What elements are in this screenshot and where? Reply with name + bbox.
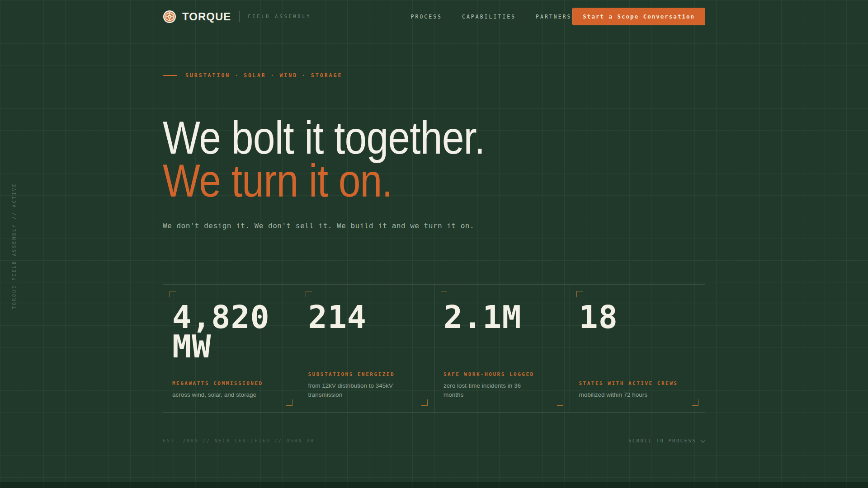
brand-logo-group[interactable]: TORQUE FIELD ASSEMBLY: [163, 10, 311, 23]
hero-footer: EST. 2009 // NECA CERTIFIED // OSHA 30 S…: [163, 438, 705, 443]
brand-divider: [239, 11, 240, 22]
eyebrow-dash: [163, 75, 177, 76]
stat-label: STATES WITH ACTIVE CREWS: [579, 380, 695, 386]
stat-value: 4,820 MW: [172, 303, 289, 361]
certifications-text: EST. 2009 // NECA CERTIFIED // OSHA 30: [163, 438, 314, 443]
stat-label: SAFE WORK-HOURS LOGGED: [443, 371, 560, 377]
stat-card-work-hours: 2.1M SAFE WORK-HOURS LOGGED zero lost-ti…: [434, 285, 570, 412]
stat-value: 2.1M: [443, 303, 560, 332]
torque-bolt-logo-icon: [163, 10, 176, 23]
corner-bracket-icon: [441, 291, 447, 297]
corner-bracket-icon: [306, 291, 312, 297]
nav-link-process[interactable]: PROCESS: [411, 14, 442, 20]
stat-card-megawatts: 4,820 MW MEGAWATTS COMMISSIONED across w…: [163, 285, 299, 412]
stat-detail: mobilized within 72 hours: [579, 390, 670, 399]
stat-detail: from 12kV distribution to 345kV transmis…: [308, 381, 399, 399]
eyebrow: SUBSTATION · SOLAR · WIND · STORAGE: [163, 72, 705, 79]
stat-card-states: 18 STATES WITH ACTIVE CREWS mobilized wi…: [570, 285, 705, 412]
corner-bracket-icon: [170, 291, 176, 297]
stat-label: MEGAWATTS COMMISSIONED: [172, 380, 289, 386]
corner-bracket-icon: [576, 291, 583, 297]
brand-name: TORQUE: [182, 10, 231, 23]
stat-value: 18: [579, 303, 695, 332]
corner-bracket-icon: [557, 399, 563, 406]
nav-link-partners[interactable]: PARTNERS: [536, 14, 571, 20]
chevron-down-icon: [701, 437, 705, 442]
scroll-to-process-link[interactable]: SCROLL TO PROCESS: [628, 438, 705, 443]
site-header: TORQUE FIELD ASSEMBLY PROCESS CAPABILITI…: [163, 0, 705, 25]
stat-label: SUBSTATIONS ENERGIZED: [308, 371, 425, 377]
brand-tagline: FIELD ASSEMBLY: [248, 14, 311, 19]
corner-bracket-icon: [286, 399, 292, 406]
corner-bracket-icon: [692, 399, 698, 406]
scroll-to-process-label: SCROLL TO PROCESS: [628, 438, 696, 443]
eyebrow-text: SUBSTATION · SOLAR · WIND · STORAGE: [185, 72, 342, 79]
corner-bracket-icon: [421, 399, 428, 406]
stat-value: 214: [308, 303, 425, 332]
hero-section: SUBSTATION · SOLAR · WIND · STORAGE We b…: [163, 72, 705, 443]
headline-line-1: We bolt it together.: [163, 117, 629, 160]
scope-conversation-button[interactable]: Start a Scope Conversation: [572, 8, 705, 25]
stats-row: 4,820 MW MEGAWATTS COMMISSIONED across w…: [163, 284, 705, 413]
hero-subcopy: We don't design it. We don't sell it. We…: [163, 221, 705, 230]
headline-line-2: We turn it on.: [163, 160, 629, 202]
main-nav: PROCESS CAPABILITIES PARTNERS: [411, 14, 572, 20]
next-section-edge: [0, 482, 868, 488]
stat-detail: zero lost-time incidents in 36 months: [443, 381, 534, 399]
nav-link-capabilities[interactable]: CAPABILITIES: [462, 14, 516, 20]
vertical-status-label: TORQUE FIELD ASSEMBLY // ACTIVE: [12, 182, 17, 309]
hero-headline: We bolt it together. We turn it on.: [163, 117, 705, 202]
stat-detail: across wind, solar, and storage: [172, 390, 263, 399]
stat-card-substations: 214 SUBSTATIONS ENERGIZED from 12kV dist…: [299, 285, 434, 412]
